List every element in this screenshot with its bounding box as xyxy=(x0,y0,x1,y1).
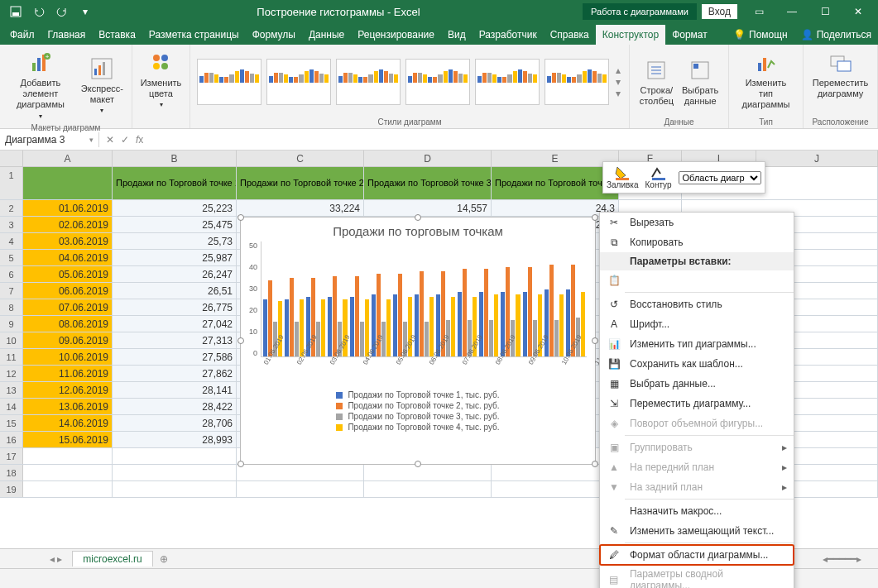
outline-button[interactable]: Контур xyxy=(645,165,672,189)
cell[interactable]: 10.06.2019 xyxy=(23,349,113,365)
qat-dropdown-icon[interactable]: ▾ xyxy=(76,2,94,21)
ctx-paste[interactable]: 📋 xyxy=(600,270,794,290)
switch-row-column-button[interactable]: Строка/ столбец xyxy=(636,55,677,108)
cell[interactable]: Продажи по Торговой точке 2, тыс. руб. xyxy=(237,167,364,199)
cell[interactable]: 25,987 xyxy=(113,250,237,265)
cell[interactable]: 28,422 xyxy=(113,399,237,414)
cell[interactable] xyxy=(364,481,492,497)
tab-вставка[interactable]: Вставка xyxy=(92,25,142,45)
row-header[interactable]: 3 xyxy=(0,217,23,232)
cell[interactable]: 27,586 xyxy=(113,349,237,365)
enter-icon[interactable]: ✓ xyxy=(121,134,129,146)
sheet-nav-icon[interactable]: ◂ ▸ xyxy=(50,553,62,565)
legend-item[interactable]: Продажи по Торговой точке 4, тыс. руб. xyxy=(249,422,587,433)
chart-area-select[interactable]: Область диагр xyxy=(679,171,761,184)
cell[interactable]: 13.06.2019 xyxy=(23,399,113,414)
col-header[interactable]: A xyxy=(23,151,113,166)
col-header[interactable]: C xyxy=(237,151,364,166)
row-header[interactable]: 10 xyxy=(0,332,23,348)
cell[interactable]: 14.06.2019 xyxy=(23,415,113,431)
cell[interactable]: Продажи по Торговой точке 3, тыс. руб. xyxy=(364,167,492,199)
cell[interactable]: 26,247 xyxy=(113,266,237,282)
cell[interactable]: Продажи по Торговой точке 4, тыс. руб. xyxy=(492,167,619,199)
row-header[interactable]: 14 xyxy=(0,399,23,414)
minimize-icon[interactable]: — xyxy=(775,0,808,23)
cell[interactable]: 25,73 xyxy=(113,233,237,249)
cell[interactable]: 04.06.2019 xyxy=(23,250,113,265)
row-header[interactable]: 5 xyxy=(0,250,23,265)
col-header[interactable]: E xyxy=(492,151,619,166)
tab-конструктор[interactable]: Конструктор xyxy=(596,25,665,45)
cell[interactable]: 12.06.2019 xyxy=(23,382,113,398)
ctx-cut[interactable]: ✂Вырезать xyxy=(600,213,794,232)
cell[interactable]: 02.06.2019 xyxy=(23,217,113,232)
ctx-assign-macro[interactable]: Назначить макрос... xyxy=(600,501,794,521)
fx-icon[interactable]: fx xyxy=(136,134,143,146)
cell[interactable] xyxy=(23,167,113,199)
chart-style-thumb[interactable] xyxy=(545,59,609,105)
save-icon[interactable] xyxy=(7,2,25,21)
help-button[interactable]: 💡Помощн xyxy=(727,25,794,45)
ctx-font[interactable]: AШрифт... xyxy=(600,314,794,334)
cell[interactable]: 01.06.2019 xyxy=(23,200,113,216)
legend-item[interactable]: Продажи по Торговой точке 2, тыс. руб. xyxy=(249,400,587,411)
cell[interactable]: 15.06.2019 xyxy=(23,432,113,447)
ctx-save-template[interactable]: 💾Сохранить как шаблон... xyxy=(600,354,794,374)
signin-button[interactable]: Вход xyxy=(702,4,737,19)
embedded-chart[interactable]: Продажи по торговым точкам 50403020100 0… xyxy=(240,217,596,465)
fill-button[interactable]: Заливка xyxy=(607,165,639,189)
cancel-icon[interactable]: ✕ xyxy=(106,134,114,146)
cell[interactable] xyxy=(237,465,364,480)
sheet-tab[interactable]: microexcel.ru xyxy=(72,551,152,566)
tab-справка[interactable]: Справка xyxy=(544,25,596,45)
cell[interactable]: 28,706 xyxy=(113,415,237,431)
row-header[interactable]: 16 xyxy=(0,432,23,447)
ctx-alt-text[interactable]: ✎Изменить замещающий текст... xyxy=(600,521,794,541)
row-header[interactable]: 1 xyxy=(0,167,23,199)
tab-разработчик[interactable]: Разработчик xyxy=(473,25,544,45)
tab-рецензирование[interactable]: Рецензирование xyxy=(351,25,441,45)
tab-формулы[interactable]: Формулы xyxy=(246,25,302,45)
chart-styles-gallery[interactable]: ▴▾▾ xyxy=(195,48,624,116)
cell[interactable]: Продажи по Торговой точке 1, тыс. руб. xyxy=(113,167,237,199)
cell[interactable]: 25,223 xyxy=(113,200,237,216)
cell[interactable]: 27,042 xyxy=(113,316,237,332)
cell[interactable]: 26,775 xyxy=(113,299,237,315)
ctx-reset-style[interactable]: ↺Восстановить стиль xyxy=(600,294,794,314)
chart-style-thumb[interactable] xyxy=(475,59,540,105)
cell[interactable] xyxy=(23,481,113,497)
tab-главная[interactable]: Главная xyxy=(41,25,93,45)
cell[interactable] xyxy=(23,465,113,480)
cell[interactable]: 28,141 xyxy=(113,382,237,398)
col-header[interactable]: B xyxy=(113,151,237,166)
row-header[interactable]: 6 xyxy=(0,266,23,282)
cell[interactable]: 27,313 xyxy=(113,332,237,348)
ctx-select-data[interactable]: ▦Выбрать данные... xyxy=(600,374,794,394)
cell[interactable]: 07.06.2019 xyxy=(23,299,113,315)
row-header[interactable]: 4 xyxy=(0,233,23,249)
select-all-corner[interactable] xyxy=(0,151,23,166)
row-header[interactable]: 2 xyxy=(0,200,23,216)
row-header[interactable]: 9 xyxy=(0,316,23,332)
chart-title[interactable]: Продажи по торговым точкам xyxy=(241,218,595,241)
new-sheet-icon[interactable]: ⊕ xyxy=(160,553,168,565)
cell[interactable] xyxy=(113,448,237,464)
chart-style-thumb[interactable] xyxy=(197,59,261,105)
legend-item[interactable]: Продажи по Торговой точке 1, тыс. руб. xyxy=(249,390,587,400)
cell[interactable] xyxy=(113,465,237,480)
undo-icon[interactable] xyxy=(30,2,48,21)
col-header[interactable]: D xyxy=(364,151,492,166)
row-header[interactable]: 11 xyxy=(0,349,23,365)
row-header[interactable]: 19 xyxy=(0,481,23,497)
change-chart-type-button[interactable]: Изменить тип диаграммы xyxy=(734,48,798,112)
cell[interactable]: 14,557 xyxy=(364,200,492,216)
chart-legend[interactable]: Продажи по Торговой точке 1, тыс. руб.Пр… xyxy=(241,365,595,437)
styles-more-button[interactable]: ▴▾▾ xyxy=(612,65,624,99)
cell[interactable] xyxy=(113,481,237,497)
add-chart-element-button[interactable]: + Добавить элемент диаграммы▾ xyxy=(5,48,76,122)
cell[interactable]: 26,51 xyxy=(113,283,237,299)
cell[interactable] xyxy=(237,481,364,497)
move-chart-button[interactable]: Переместить диаграмму xyxy=(809,48,871,101)
cell[interactable]: 33,224 xyxy=(237,200,364,216)
cell[interactable]: 28,993 xyxy=(113,432,237,447)
